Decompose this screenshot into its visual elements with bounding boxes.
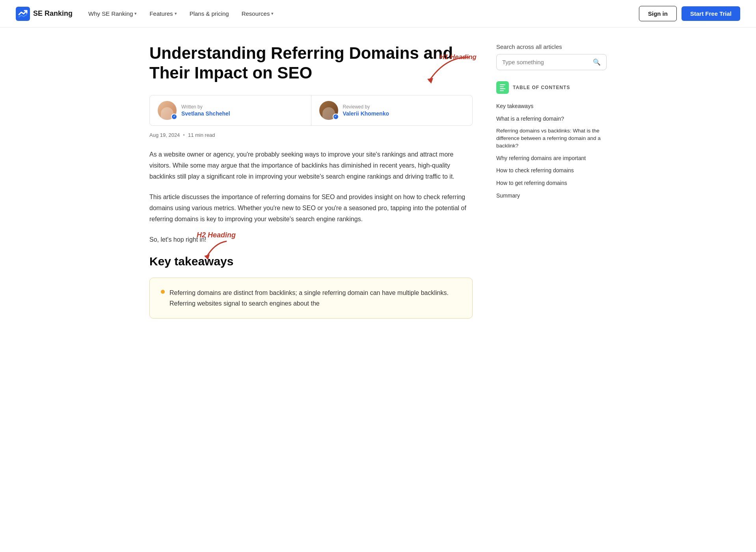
- author2-info: Reviewed by Valerii Khomenko: [343, 104, 389, 117]
- h1-label: H1 Heading: [439, 53, 477, 61]
- h2-section-takeaways: H2 Heading Key takeaways: [149, 255, 473, 268]
- nav-why-se-ranking[interactable]: Why SE Ranking ▾: [88, 10, 137, 17]
- nav-actions: Sign in Start Free Trial: [639, 6, 740, 21]
- author1-badge: ✓: [171, 114, 177, 120]
- se-ranking-logo-icon: [16, 7, 30, 21]
- h2-label: H2 Heading: [197, 231, 236, 239]
- takeaways-box: Referring domains are distinct from back…: [149, 278, 473, 319]
- toc-item-5[interactable]: How to get referring domains: [496, 177, 607, 190]
- article-read-time: 11 min read: [188, 132, 215, 138]
- authors-box: ✓ Written by Svetlana Shchehel ✓ Reviewe…: [149, 95, 473, 126]
- nav-links: Why SE Ranking ▾ Features ▾ Plans & pric…: [88, 10, 639, 17]
- signin-button[interactable]: Sign in: [639, 6, 677, 21]
- svg-marker-2: [204, 254, 210, 260]
- toc-line-4: [500, 90, 504, 91]
- toc-title: TABLE OF CONTENTS: [513, 85, 570, 90]
- search-label: Search across all articles: [496, 43, 607, 50]
- author1-avatar-wrap: ✓: [158, 101, 177, 120]
- logo-link[interactable]: SE Ranking: [16, 7, 73, 21]
- author2-role: Reviewed by: [343, 104, 389, 110]
- author1-cell: ✓ Written by Svetlana Shchehel: [150, 95, 311, 125]
- search-icon[interactable]: 🔍: [593, 58, 601, 66]
- h1-annotation: H1 Heading: [413, 55, 477, 88]
- toc-item-0[interactable]: Key takeaways: [496, 100, 607, 113]
- chevron-down-icon: ▾: [134, 11, 137, 16]
- author2-cell: ✓ Reviewed by Valerii Khomenko: [311, 95, 473, 125]
- takeaway-item-1: Referring domains are distinct from back…: [161, 287, 461, 309]
- navbar: SE Ranking Why SE Ranking ▾ Features ▾ P…: [0, 0, 756, 28]
- author2-avatar-wrap: ✓: [319, 101, 338, 120]
- article-title-section: Understanding Referring Domains and Thei…: [149, 43, 473, 83]
- intro-paragraph-2: This article discusses the importance of…: [149, 192, 473, 225]
- main-content: Understanding Referring Domains and Thei…: [149, 43, 473, 319]
- logo-text: SE Ranking: [33, 9, 73, 18]
- takeaway-text-1: Referring domains are distinct from back…: [169, 287, 461, 309]
- h2-annotation: H2 Heading: [197, 231, 236, 261]
- article-date: Aug 19, 2024: [149, 132, 180, 138]
- toc-icon-lines: [497, 82, 508, 93]
- nav-resources[interactable]: Resources ▾: [242, 10, 274, 17]
- intro-paragraph-1: As a website owner or agency, you're pro…: [149, 149, 473, 182]
- toc-item-4[interactable]: How to check referring domains: [496, 164, 607, 177]
- toc-item-6[interactable]: Summary: [496, 190, 607, 202]
- toc-line-3: [500, 88, 505, 89]
- author1-name[interactable]: Svetlana Shchehel: [181, 110, 230, 117]
- toc-header: TABLE OF CONTENTS: [496, 81, 607, 94]
- takeaway-dot: [161, 290, 165, 294]
- sidebar: Search across all articles 🔍 TABLE OF CO…: [496, 43, 607, 319]
- chevron-down-icon: ▾: [271, 11, 274, 16]
- author1-role: Written by: [181, 104, 230, 110]
- search-input[interactable]: [502, 59, 590, 65]
- toc-icon: [496, 81, 509, 94]
- h2-arrow-svg: [199, 239, 234, 261]
- chevron-down-icon: ▾: [175, 11, 177, 16]
- article-meta: Aug 19, 2024 • 11 min read: [149, 132, 473, 138]
- author1-info: Written by Svetlana Shchehel: [181, 104, 230, 117]
- nav-features[interactable]: Features ▾: [149, 10, 177, 17]
- svg-marker-1: [427, 78, 433, 84]
- toc-item-2[interactable]: Referring domains vs backlinks: What is …: [496, 125, 607, 152]
- toc-item-3[interactable]: Why referring domains are important: [496, 152, 607, 165]
- toc-line-2: [500, 86, 504, 87]
- meta-separator: •: [183, 132, 185, 138]
- toc-item-1[interactable]: What is a referring domain?: [496, 113, 607, 125]
- toc-line-1: [500, 84, 505, 85]
- toc-list: Key takeawaysWhat is a referring domain?…: [496, 100, 607, 202]
- author2-name[interactable]: Valerii Khomenko: [343, 110, 389, 117]
- nav-plans-pricing[interactable]: Plans & pricing: [190, 10, 229, 17]
- search-box[interactable]: 🔍: [496, 54, 607, 70]
- author2-badge: ✓: [333, 114, 339, 120]
- page-layout: Understanding Referring Domains and Thei…: [142, 28, 614, 334]
- start-trial-button[interactable]: Start Free Trial: [682, 6, 740, 21]
